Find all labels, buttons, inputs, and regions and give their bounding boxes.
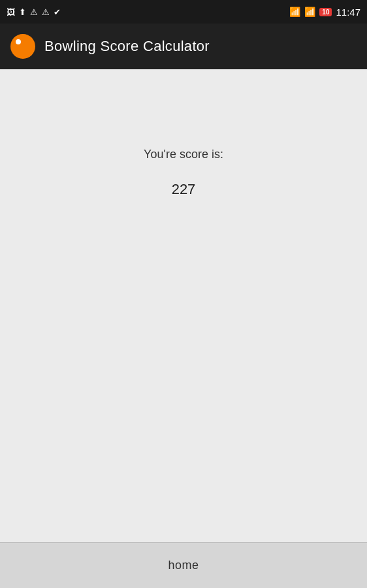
bottom-bar: home — [0, 542, 367, 588]
score-label: You're score is: — [144, 148, 223, 161]
score-value: 227 — [172, 181, 196, 198]
upload-icon: ⬆ — [19, 7, 26, 17]
battery-level: 10 — [319, 8, 332, 16]
image-icon: 🖼 — [7, 7, 15, 17]
app-icon — [10, 34, 35, 59]
home-button[interactable]: home — [0, 543, 367, 588]
clock: 11:47 — [336, 7, 360, 18]
warning-icon-1: ⚠ — [30, 7, 38, 17]
wifi-icon: 📶 — [289, 7, 300, 17]
status-icons-left: 🖼 ⬆ ⚠ ⚠ ✔ — [7, 7, 61, 17]
toolbar-title: Bowling Score Calculator — [44, 38, 210, 55]
signal-icon: 📶 — [304, 7, 315, 17]
warning-icon-2: ⚠ — [42, 7, 50, 17]
app-toolbar: Bowling Score Calculator — [0, 24, 367, 69]
check-icon: ✔ — [54, 7, 61, 17]
status-icons-right: 📶 📶 10 11:47 — [289, 7, 360, 18]
status-bar: 🖼 ⬆ ⚠ ⚠ ✔ 📶 📶 10 11:47 — [0, 0, 367, 24]
main-content: You're score is: 227 — [0, 69, 367, 542]
